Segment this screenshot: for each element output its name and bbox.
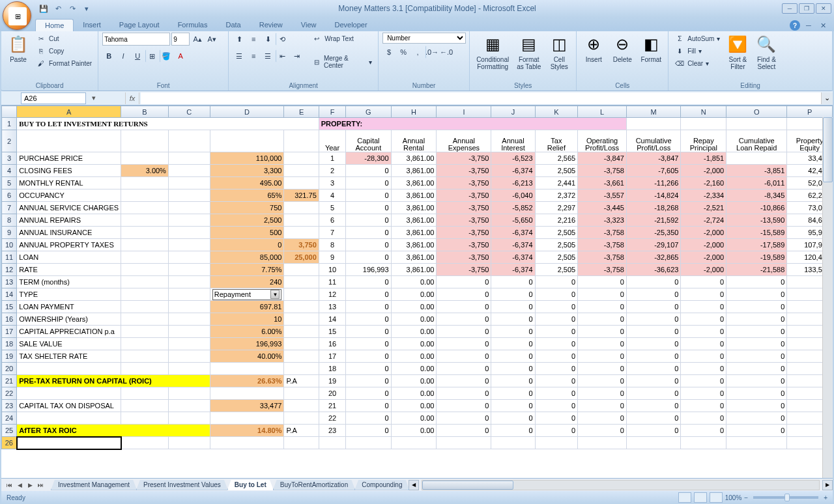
parameter-value[interactable] (210, 437, 284, 449)
font-color-button[interactable]: A (174, 49, 187, 63)
data-cell[interactable]: -3,750 (437, 251, 491, 264)
type-dropdown[interactable]: Repayment▼ (212, 289, 282, 300)
cell[interactable] (284, 288, 319, 301)
cell[interactable] (168, 387, 210, 400)
data-cell[interactable]: -1,851 (681, 152, 726, 165)
zoom-in-icon[interactable]: + (824, 494, 827, 501)
data-cell[interactable]: -3,750 (437, 202, 491, 214)
parameter-value[interactable] (210, 387, 284, 400)
parameter-value[interactable]: 3,300 (210, 165, 284, 177)
cell[interactable] (168, 177, 210, 189)
data-cell[interactable]: 0 (681, 412, 726, 425)
cell[interactable] (284, 363, 319, 375)
column-header[interactable]: P (787, 106, 833, 118)
data-cell[interactable]: 0 (491, 350, 535, 363)
cell[interactable] (121, 326, 169, 338)
data-cell[interactable]: 0 (346, 227, 391, 239)
data-cell[interactable]: 3 (319, 177, 345, 189)
data-cell[interactable]: 0 (535, 412, 578, 425)
data-cell[interactable]: 0.00 (391, 313, 437, 326)
grow-font-icon[interactable]: A▴ (191, 33, 204, 46)
cell[interactable] (121, 400, 169, 412)
data-cell[interactable]: -32,865 (626, 251, 681, 264)
data-cell[interactable]: 0 (437, 412, 491, 425)
row-header[interactable]: 5 (2, 177, 17, 189)
normal-view-icon[interactable] (678, 492, 691, 503)
row-header[interactable]: 15 (2, 301, 17, 313)
merge-center-button[interactable]: ⊟Merge & Center ▾ (309, 54, 374, 70)
data-cell[interactable]: -3,750 (437, 239, 491, 251)
horizontal-scrollbar[interactable] (422, 480, 820, 490)
row-header[interactable]: 26 (2, 437, 17, 449)
data-cell[interactable]: -3,323 (578, 214, 627, 227)
insert-function-button[interactable]: fx (125, 92, 139, 104)
data-cell[interactable]: 0 (681, 288, 726, 301)
data-cell[interactable]: 14 (319, 313, 345, 326)
parameter-value[interactable]: 750 (210, 202, 284, 214)
data-cell[interactable]: 0.00 (391, 425, 437, 437)
data-cell[interactable]: -3,750 (437, 214, 491, 227)
data-cell[interactable]: -15,589 (726, 227, 787, 239)
data-cell[interactable]: -6,374 (491, 251, 535, 264)
data-cell[interactable]: 15 (319, 326, 345, 338)
format-as-table-button[interactable]: ▤Format as Table (514, 33, 543, 72)
cell[interactable] (284, 202, 319, 214)
data-cell[interactable]: 3,861.00 (391, 152, 437, 165)
data-cell[interactable]: 196,993 (346, 264, 391, 276)
data-cell[interactable]: 2,297 (535, 202, 578, 214)
data-cell[interactable]: -17,589 (726, 239, 787, 251)
data-cell[interactable]: 0 (726, 387, 787, 400)
cell[interactable] (121, 338, 169, 350)
select-all-corner[interactable] (2, 106, 17, 118)
data-cell[interactable]: 0 (346, 301, 391, 313)
data-cell[interactable] (626, 437, 681, 449)
row-header[interactable]: 18 (2, 338, 17, 350)
data-cell[interactable]: 2,441 (535, 177, 578, 189)
data-cell[interactable]: 0 (578, 387, 627, 400)
data-cell[interactable]: -3,750 (437, 165, 491, 177)
data-cell[interactable]: 20 (319, 387, 345, 400)
data-cell[interactable]: 8 (319, 239, 345, 251)
cell[interactable]: 321.75 (284, 189, 319, 202)
data-cell[interactable]: 0 (346, 400, 391, 412)
bold-button[interactable]: B (102, 49, 115, 63)
decrease-indent-icon[interactable]: ⇤ (276, 49, 289, 63)
sheet-tab[interactable]: Compounding (354, 480, 409, 490)
data-cell[interactable]: 0 (681, 425, 726, 437)
data-cell[interactable]: 0 (437, 363, 491, 375)
data-cell[interactable]: 0 (578, 425, 627, 437)
row-header[interactable]: 20 (2, 363, 17, 375)
data-cell[interactable]: -2,000 (681, 251, 726, 264)
cell-styles-button[interactable]: ◫Cell Styles (546, 33, 572, 72)
row-header[interactable]: 22 (2, 387, 17, 400)
cell[interactable] (168, 437, 210, 449)
data-cell[interactable]: -6,213 (491, 177, 535, 189)
data-cell[interactable]: 0 (346, 202, 391, 214)
restore-button[interactable]: ❐ (799, 3, 814, 14)
data-cell[interactable]: 0 (491, 276, 535, 288)
data-cell[interactable]: 0 (491, 363, 535, 375)
data-cell[interactable]: 0 (346, 177, 391, 189)
tab-review[interactable]: Review (250, 19, 292, 31)
data-cell[interactable]: 0 (626, 412, 681, 425)
data-cell[interactable]: 10 (319, 264, 345, 276)
data-cell[interactable]: 0 (437, 338, 491, 350)
data-cell[interactable]: 0.00 (391, 301, 437, 313)
row-header[interactable]: 11 (2, 251, 17, 264)
data-cell[interactable]: 0.00 (391, 288, 437, 301)
cell[interactable] (121, 251, 169, 264)
tab-home[interactable]: Home (35, 19, 74, 31)
data-cell[interactable]: -3,758 (578, 227, 627, 239)
help-icon[interactable]: ? (790, 20, 800, 31)
data-cell[interactable]: 0 (578, 412, 627, 425)
parameter-value[interactable]: 33,477 (210, 400, 284, 412)
data-cell[interactable]: 0 (535, 313, 578, 326)
parameter-value[interactable]: Repayment▼ (210, 288, 284, 301)
data-cell[interactable] (535, 437, 578, 449)
data-cell[interactable]: 0 (346, 165, 391, 177)
data-cell[interactable]: 2 (319, 165, 345, 177)
column-header[interactable]: D (210, 106, 284, 118)
cell[interactable]: P.A (284, 425, 319, 437)
data-cell[interactable]: 0 (491, 313, 535, 326)
data-cell[interactable]: 0 (626, 350, 681, 363)
